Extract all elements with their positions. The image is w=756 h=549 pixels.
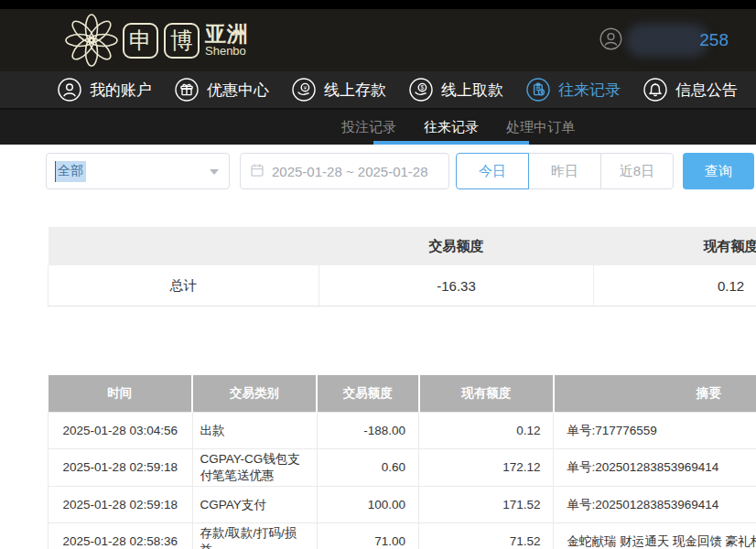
table-row: 2025-01-28 02:58:36 存款/取款/打码/损益 71.00 71… bbox=[49, 523, 756, 549]
brand-region: 亚洲 Shenbo bbox=[205, 23, 249, 58]
cell-balance: 171.52 bbox=[419, 487, 554, 523]
deposit-icon: ¥ bbox=[292, 78, 316, 102]
summary-header-transaction-amount: 交易额度 bbox=[319, 227, 594, 265]
notice-icon bbox=[643, 78, 667, 102]
query-button[interactable]: 查询 bbox=[683, 153, 754, 189]
last-8-days-button[interactable]: 近8日 bbox=[600, 153, 674, 189]
type-select[interactable]: 全部 bbox=[46, 153, 230, 189]
cell-time: 2025-01-28 02:59:18 bbox=[49, 449, 193, 487]
nav-label: 优惠中心 bbox=[207, 80, 269, 101]
header-time: 时间 bbox=[49, 375, 193, 413]
nav-label: 往来记录 bbox=[558, 80, 621, 101]
summary-balance-total: 0.12 bbox=[594, 265, 756, 307]
cell-time: 2025-01-28 03:04:56 bbox=[49, 413, 193, 449]
nav-label: 线上取款 bbox=[441, 80, 503, 101]
summary-header-empty bbox=[49, 227, 319, 265]
brand-region-en: Shenbo bbox=[205, 45, 249, 58]
cell-time: 2025-01-28 02:58:36 bbox=[49, 523, 193, 549]
cell-amount: 0.60 bbox=[317, 449, 418, 487]
header-amount: 交易额度 bbox=[317, 375, 418, 413]
username-suffix: 258 bbox=[699, 30, 729, 50]
summary-total-label: 总计 bbox=[49, 265, 319, 307]
cell-type: CGPAY支付 bbox=[192, 487, 317, 523]
user-account-area[interactable]: 258 bbox=[599, 22, 729, 59]
cell-balance: 172.12 bbox=[419, 449, 554, 487]
yesterday-button[interactable]: 昨日 bbox=[528, 153, 601, 189]
transactions-body: 2025-01-28 03:04:56 出款 -188.00 0.12 单号:7… bbox=[49, 413, 756, 549]
transactions-header-row: 时间 交易类别 交易额度 现有额度 摘要 bbox=[49, 375, 756, 413]
cell-type: 出款 bbox=[192, 413, 317, 449]
header-balance: 现有额度 bbox=[419, 375, 554, 413]
main-nav: 我的账户 优惠中心 ¥ 线上存款 $ bbox=[0, 71, 756, 110]
summary-total-row: 总计 -16.33 0.12 bbox=[49, 265, 756, 307]
account-icon bbox=[58, 78, 81, 102]
cell-summary: 单号:717776559 bbox=[554, 413, 756, 449]
promo-icon bbox=[175, 78, 199, 102]
svg-text:$: $ bbox=[421, 84, 425, 91]
tab-bet-records[interactable]: 投注记录 bbox=[328, 110, 410, 145]
brand-logo[interactable]: 申 博 亚洲 Shenbo bbox=[64, 14, 249, 67]
nav-label: 我的账户 bbox=[90, 80, 152, 101]
calendar-icon bbox=[250, 163, 265, 180]
filter-bar: 全部 2025-01-28 ~ 2025-01-28 今日 昨日 近8日 查询 bbox=[46, 153, 756, 189]
chevron-down-icon bbox=[210, 169, 219, 175]
lotus-flower-icon bbox=[64, 14, 119, 67]
cell-amount: 100.00 bbox=[317, 487, 418, 523]
table-row: 2025-01-28 03:04:56 出款 -188.00 0.12 单号:7… bbox=[49, 413, 756, 449]
nav-label: 线上存款 bbox=[324, 80, 386, 101]
summary-transaction-total: -16.33 bbox=[319, 265, 594, 307]
brand-header: 申 博 亚洲 Shenbo 258 bbox=[0, 9, 756, 71]
summary-header-current-balance: 现有额度 bbox=[594, 227, 756, 265]
cell-amount: 71.00 bbox=[317, 523, 418, 549]
tab-pending-orders[interactable]: 处理中订单 bbox=[492, 110, 589, 145]
nav-label: 信息公告 bbox=[675, 80, 738, 101]
brand-region-cn: 亚洲 bbox=[205, 23, 249, 45]
sub-nav: 投注记录 往来记录 处理中订单 bbox=[0, 110, 756, 145]
cell-balance: 71.52 bbox=[419, 523, 554, 549]
brand-char-shen: 申 bbox=[123, 23, 158, 59]
table-row: 2025-01-28 02:59:18 CGPAY-CG钱包支付笔笔送优惠 0.… bbox=[49, 449, 756, 487]
today-button[interactable]: 今日 bbox=[456, 153, 529, 189]
transactions-table: 时间 交易类别 交易额度 现有额度 摘要 2025-01-28 03:04:56… bbox=[48, 375, 756, 549]
quick-date-buttons: 今日 昨日 近8日 bbox=[456, 153, 674, 189]
summary-header-row: 交易额度 现有额度 bbox=[49, 227, 756, 265]
svg-text:¥: ¥ bbox=[304, 85, 308, 91]
header-type: 交易类别 bbox=[192, 375, 317, 413]
date-range-value: 2025-01-28 ~ 2025-01-28 bbox=[272, 164, 428, 179]
username-redaction-blur bbox=[626, 24, 708, 57]
cell-amount: -188.00 bbox=[317, 413, 418, 449]
top-strip bbox=[0, 0, 756, 9]
tab-transaction-records[interactable]: 往来记录 bbox=[410, 110, 492, 145]
user-icon bbox=[599, 27, 622, 54]
nav-item-online-deposit[interactable]: ¥ 线上存款 bbox=[292, 78, 386, 102]
sub-nav-tabs: 投注记录 往来记录 处理中订单 bbox=[328, 110, 589, 145]
withdraw-icon: $ bbox=[409, 78, 433, 102]
records-icon bbox=[526, 78, 550, 102]
cell-type: 存款/取款/打码/损益 bbox=[192, 523, 317, 549]
nav-item-transaction-records[interactable]: 往来记录 bbox=[526, 78, 621, 102]
cell-type: CGPAY-CG钱包支付笔笔送优惠 bbox=[192, 449, 317, 487]
brand-name-boxes: 申 博 bbox=[123, 23, 200, 59]
nav-item-announcements[interactable]: 信息公告 bbox=[643, 78, 738, 102]
header-summary: 摘要 bbox=[554, 375, 756, 413]
nav-item-online-withdraw[interactable]: $ 线上取款 bbox=[409, 78, 503, 102]
masked-username: 258 bbox=[626, 22, 729, 59]
cell-balance: 0.12 bbox=[419, 413, 554, 449]
cell-summary: 单号:202501283853969414 bbox=[554, 487, 756, 523]
summary-table: 交易额度 现有额度 总计 -16.33 0.12 bbox=[48, 227, 756, 307]
cell-summary: 金蛇献瑞 财运通天 现金回馈 豪礼相送_0128 bbox=[554, 523, 756, 549]
date-range-input[interactable]: 2025-01-28 ~ 2025-01-28 bbox=[240, 153, 449, 189]
table-row: 2025-01-28 02:59:18 CGPAY支付 100.00 171.5… bbox=[49, 487, 756, 523]
type-select-value: 全部 bbox=[55, 161, 86, 182]
cell-summary: 单号:202501283853969414 bbox=[554, 449, 756, 487]
nav-item-promotions[interactable]: 优惠中心 bbox=[175, 78, 269, 102]
brand-char-bo: 博 bbox=[164, 23, 200, 59]
nav-item-my-account[interactable]: 我的账户 bbox=[58, 78, 152, 102]
cell-time: 2025-01-28 02:59:18 bbox=[49, 487, 193, 523]
